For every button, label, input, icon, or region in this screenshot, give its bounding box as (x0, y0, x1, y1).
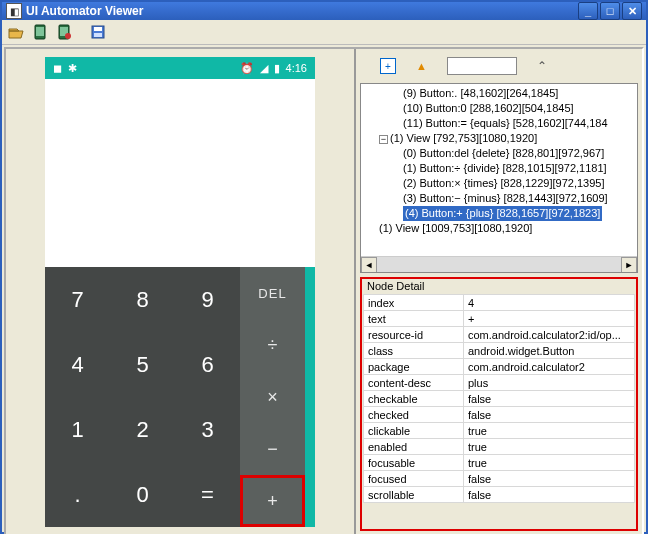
detail-value: com.android.calculator2:id/op... (464, 327, 635, 343)
detail-row[interactable]: content-descplus (364, 375, 635, 391)
calc-key-9[interactable]: 9 (175, 267, 240, 332)
detail-row[interactable]: packagecom.android.calculator2 (364, 359, 635, 375)
calc-key-minus[interactable]: − (240, 423, 305, 475)
battery-icon: ▮ (274, 62, 280, 75)
hierarchy-tree[interactable]: (9) Button:. [48,1602][264,1845] (10) Bu… (360, 83, 638, 273)
calc-key-7[interactable]: 7 (45, 267, 110, 332)
calc-key-0[interactable]: 0 (110, 462, 175, 527)
detail-value: + (464, 311, 635, 327)
tree-horizontal-scrollbar[interactable]: ◄ ► (361, 256, 637, 272)
calc-key-divide[interactable]: ÷ (240, 319, 305, 371)
detail-row[interactable]: checkablefalse (364, 391, 635, 407)
open-icon[interactable] (6, 22, 26, 42)
svg-point-4 (65, 33, 71, 39)
alarm-icon: ⏰ (240, 62, 254, 75)
calc-key-dot[interactable]: . (45, 462, 110, 527)
detail-row[interactable]: focusabletrue (364, 455, 635, 471)
svg-rect-6 (94, 27, 102, 31)
tree-node[interactable]: −(1) View [792,753][1080,1920] (363, 131, 635, 146)
detail-row[interactable]: checkedfalse (364, 407, 635, 423)
tree-node[interactable]: (10) Button:0 [288,1602][504,1845] (363, 101, 635, 116)
detail-key: package (364, 359, 464, 375)
calc-key-plus[interactable]: + (240, 475, 305, 527)
advanced-panel-handle[interactable] (305, 267, 315, 527)
calc-key-4[interactable]: 4 (45, 332, 110, 397)
node-detail-table: index4text+resource-idcom.android.calcul… (363, 294, 635, 503)
tree-node[interactable]: (11) Button:= {equals} [528,1602][744,18… (363, 116, 635, 131)
scroll-left-icon[interactable]: ◄ (361, 257, 377, 273)
detail-value: true (464, 423, 635, 439)
node-detail-title: Node Detail (363, 280, 635, 294)
detail-value: false (464, 487, 635, 503)
device-hierarchy-icon[interactable] (54, 22, 74, 42)
detail-key: focused (364, 471, 464, 487)
tree-node[interactable]: (1) View [1009,753][1080,1920] (363, 221, 635, 236)
detail-key: focusable (364, 455, 464, 471)
detail-value: false (464, 391, 635, 407)
scroll-right-icon[interactable]: ► (621, 257, 637, 273)
expand-all-icon[interactable]: + (380, 58, 396, 74)
main-toolbar (2, 20, 646, 45)
detail-value: android.widget.Button (464, 343, 635, 359)
status-bar: ◼ ✱ ⏰ ◢ ▮ 4:16 (45, 57, 315, 79)
detail-key: scrollable (364, 487, 464, 503)
calc-key-2[interactable]: 2 (110, 397, 175, 462)
detail-value: false (464, 407, 635, 423)
search-input[interactable] (447, 57, 517, 75)
detail-key: checkable (364, 391, 464, 407)
calc-key-6[interactable]: 6 (175, 332, 240, 397)
detail-row[interactable]: scrollablefalse (364, 487, 635, 503)
detail-row[interactable]: focusedfalse (364, 471, 635, 487)
calc-key-5[interactable]: 5 (110, 332, 175, 397)
window-title: UI Automator Viewer (26, 4, 578, 18)
detail-row[interactable]: enabledtrue (364, 439, 635, 455)
bug-icon: ✱ (68, 62, 77, 75)
close-button[interactable]: ✕ (622, 2, 642, 20)
node-detail-panel: Node Detail index4text+resource-idcom.an… (360, 277, 638, 531)
calc-key-8[interactable]: 8 (110, 267, 175, 332)
detail-value: true (464, 439, 635, 455)
screenshot-panel: ◼ ✱ ⏰ ◢ ▮ 4:16 7 8 9 (6, 49, 356, 534)
detail-value: plus (464, 375, 635, 391)
window-titlebar: ◧ UI Automator Viewer _ □ ✕ (2, 2, 646, 20)
calc-display (45, 79, 315, 267)
tree-collapse-icon[interactable]: − (379, 135, 388, 144)
clock-text: 4:16 (286, 62, 307, 74)
na-warning-icon[interactable]: ▲ (416, 60, 427, 72)
detail-row[interactable]: clickabletrue (364, 423, 635, 439)
detail-row[interactable]: text+ (364, 311, 635, 327)
detail-key: content-desc (364, 375, 464, 391)
calc-key-del[interactable]: DEL (240, 267, 305, 319)
detail-row[interactable]: resource-idcom.android.calculator2:id/op… (364, 327, 635, 343)
detail-row[interactable]: index4 (364, 295, 635, 311)
tree-node-selected[interactable]: (4) Button:+ {plus} [828,1657][972,1823] (363, 206, 635, 221)
tree-node[interactable]: (2) Button:× {times} [828,1229][972,1395… (363, 176, 635, 191)
detail-row[interactable]: classandroid.widget.Button (364, 343, 635, 359)
signal-icon: ◢ (260, 62, 268, 75)
tree-node[interactable]: (9) Button:. [48,1602][264,1845] (363, 86, 635, 101)
detail-key: class (364, 343, 464, 359)
app-icon: ◧ (6, 3, 22, 19)
detail-value: false (464, 471, 635, 487)
maximize-button[interactable]: □ (600, 2, 620, 20)
detail-key: text (364, 311, 464, 327)
tree-node[interactable]: (0) Button:del {delete} [828,801][972,96… (363, 146, 635, 161)
calc-key-multiply[interactable]: × (240, 371, 305, 423)
calc-key-1[interactable]: 1 (45, 397, 110, 462)
tree-node[interactable]: (3) Button:− {minus} [828,1443][972,1609… (363, 191, 635, 206)
save-icon[interactable] (88, 22, 108, 42)
detail-key: enabled (364, 439, 464, 455)
minimize-button[interactable]: _ (578, 2, 598, 20)
detail-key: checked (364, 407, 464, 423)
calc-key-3[interactable]: 3 (175, 397, 240, 462)
detail-key: resource-id (364, 327, 464, 343)
svg-rect-1 (36, 27, 44, 36)
calc-key-equals[interactable]: = (175, 462, 240, 527)
detail-value: true (464, 455, 635, 471)
collapse-chevron-icon[interactable]: ⌃ (537, 59, 547, 73)
tree-node[interactable]: (1) Button:÷ {divide} [828,1015][972,118… (363, 161, 635, 176)
device-screenshot-icon[interactable] (30, 22, 50, 42)
detail-value: 4 (464, 295, 635, 311)
tree-toolbar: + ▲ ⌃ (360, 53, 638, 79)
svg-rect-7 (94, 33, 102, 37)
